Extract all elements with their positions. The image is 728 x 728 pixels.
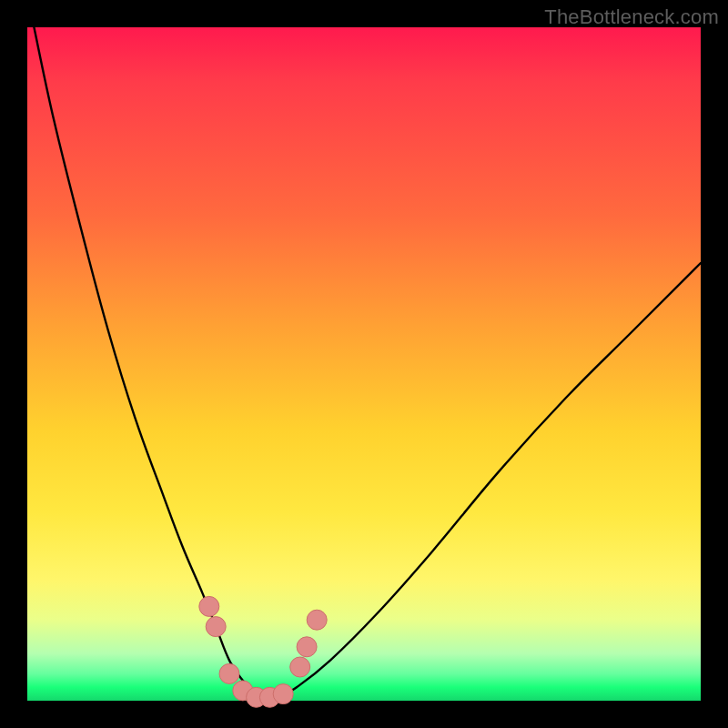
bottleneck-curve xyxy=(34,27,701,702)
curve-marker xyxy=(307,610,327,630)
curve-marker xyxy=(273,684,293,704)
marker-group xyxy=(199,596,327,707)
curve-marker xyxy=(290,657,310,677)
plot-area xyxy=(27,27,701,701)
watermark-text: TheBottleneck.com xyxy=(544,5,719,29)
curve-marker xyxy=(199,596,219,616)
curve-marker xyxy=(206,617,226,637)
chart-frame: TheBottleneck.com xyxy=(0,0,728,728)
curve-marker xyxy=(297,637,317,657)
curve-marker xyxy=(219,663,239,683)
curve-svg xyxy=(27,27,701,701)
